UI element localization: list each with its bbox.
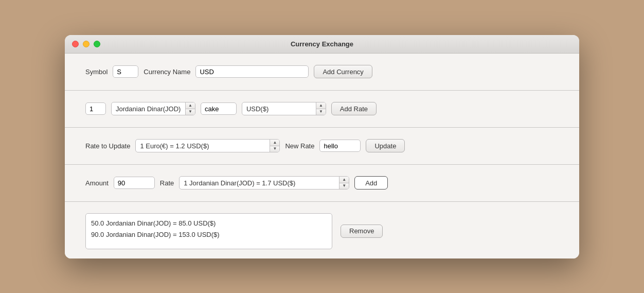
symbol-label: Symbol	[85, 68, 108, 76]
rate-to-update-select-wrapper: 1 Euro(€) = 1.2 USD($) 1 Jordanian Dinar…	[135, 139, 280, 152]
rate-to-update-label: Rate to Update	[85, 142, 130, 150]
update-rate-section: Rate to Update 1 Euro(€) = 1.2 USD($) 1 …	[65, 128, 579, 165]
add-rate-section: Jordanian Dinar(JOD) Euro(€) USD($) ▲ ▼ …	[65, 91, 579, 128]
conversion-rate-select-wrapper: 1 Jordanian Dinar(JOD) = 1.7 USD($) 1 Eu…	[179, 176, 349, 189]
add-conversion-button[interactable]: Add	[354, 176, 388, 189]
result-row-2: 90.0 Jordanian Dinar(JOD) = 153.0 USD($)	[91, 229, 327, 240]
from-currency-select[interactable]: Jordanian Dinar(JOD) Euro(€) USD($)	[112, 102, 185, 115]
title-bar: Currency Exchange	[65, 35, 579, 54]
conversion-rate-down[interactable]: ▼	[339, 183, 349, 189]
new-rate-input[interactable]	[319, 140, 361, 152]
conversion-rate-stepper: ▲ ▼	[339, 177, 349, 189]
from-currency-down[interactable]: ▼	[186, 109, 195, 115]
rate-to-update-up[interactable]: ▲	[270, 140, 279, 146]
to-currency-select[interactable]: USD($) Euro(€) Jordanian Dinar(JOD)	[242, 102, 316, 115]
from-currency-select-wrapper: Jordanian Dinar(JOD) Euro(€) USD($) ▲ ▼	[111, 102, 195, 115]
to-currency-stepper: ▲ ▼	[316, 102, 326, 115]
to-currency-select-wrapper: USD($) Euro(€) Jordanian Dinar(JOD) ▲ ▼	[242, 102, 326, 115]
add-rate-button[interactable]: Add Rate	[331, 102, 377, 115]
remove-button[interactable]: Remove	[341, 225, 383, 238]
amount-label: Amount	[85, 179, 109, 187]
results-section: 50.0 Jordanian Dinar(JOD) = 85.0 USD($) …	[65, 202, 579, 258]
currency-name-input[interactable]	[195, 65, 309, 78]
rate-to-update-stepper: ▲ ▼	[270, 140, 279, 152]
minimize-button[interactable]	[83, 41, 90, 47]
update-button[interactable]: Update	[366, 139, 405, 152]
window-title: Currency Exchange	[291, 40, 353, 48]
rate-label: Rate	[160, 179, 174, 187]
rate-to-update-select[interactable]: 1 Euro(€) = 1.2 USD($) 1 Jordanian Dinar…	[136, 140, 270, 152]
to-currency-down[interactable]: ▼	[316, 109, 326, 115]
maximize-button[interactable]	[94, 41, 100, 47]
from-currency-stepper: ▲ ▼	[185, 102, 195, 115]
conversion-rate-up[interactable]: ▲	[339, 177, 349, 183]
add-currency-section: Symbol document.currentScript.previousEl…	[65, 54, 579, 91]
rate-to-update-down[interactable]: ▼	[270, 146, 279, 152]
rate-value-input[interactable]	[201, 102, 237, 115]
results-box: 50.0 Jordanian Dinar(JOD) = 85.0 USD($) …	[85, 213, 332, 249]
traffic-lights	[72, 41, 100, 47]
currency-name-label: Currency Name	[144, 68, 190, 76]
conversion-section: Amount Rate 1 Jordanian Dinar(JOD) = 1.7…	[65, 165, 579, 202]
to-currency-up[interactable]: ▲	[316, 102, 326, 109]
app-window: Currency Exchange Symbol document.curren…	[65, 35, 579, 258]
new-rate-label: New Rate	[285, 142, 314, 150]
result-row-1: 50.0 Jordanian Dinar(JOD) = 85.0 USD($)	[91, 218, 327, 229]
conversion-rate-select[interactable]: 1 Jordanian Dinar(JOD) = 1.7 USD($) 1 Eu…	[180, 177, 339, 189]
add-currency-button[interactable]: Add Currency	[314, 65, 372, 78]
close-button[interactable]	[72, 41, 79, 47]
from-currency-up[interactable]: ▲	[186, 102, 195, 109]
symbol-input[interactable]	[113, 65, 138, 78]
amount-input[interactable]	[114, 177, 155, 189]
rate-amount-input[interactable]	[85, 102, 106, 115]
